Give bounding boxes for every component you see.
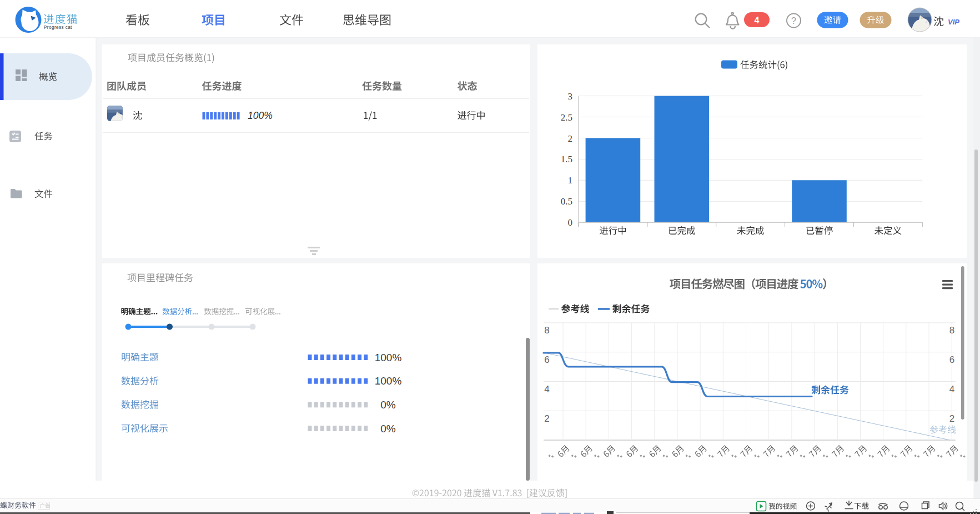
svg-text:100%: 100% xyxy=(375,352,402,363)
svg-text:2: 2 xyxy=(568,133,573,144)
svg-text:Progress cat: Progress cat xyxy=(44,25,72,30)
svg-text:4: 4 xyxy=(544,384,549,395)
svg-text:6: 6 xyxy=(544,355,549,365)
svg-text:2: 2 xyxy=(949,413,954,424)
svg-text:6: 6 xyxy=(949,355,954,365)
svg-text:0%: 0% xyxy=(380,399,396,411)
svg-text:1: 1 xyxy=(568,175,573,186)
svg-text:VIP: VIP xyxy=(948,18,959,26)
svg-text:?: ? xyxy=(791,16,796,26)
svg-text:2.5: 2.5 xyxy=(561,112,572,123)
svg-text:0%: 0% xyxy=(380,423,396,435)
svg-text:4: 4 xyxy=(949,384,954,395)
svg-text:2: 2 xyxy=(544,413,549,424)
svg-text:3: 3 xyxy=(568,91,573,102)
svg-text:100%: 100% xyxy=(248,110,273,121)
svg-text:0.5: 0.5 xyxy=(561,196,572,207)
svg-text:8: 8 xyxy=(949,325,954,336)
svg-text:1.5: 1.5 xyxy=(561,154,572,164)
svg-text:8: 8 xyxy=(544,325,549,336)
svg-text:100%: 100% xyxy=(375,375,402,387)
svg-text:0: 0 xyxy=(568,217,573,228)
svg-text:4: 4 xyxy=(755,16,760,25)
